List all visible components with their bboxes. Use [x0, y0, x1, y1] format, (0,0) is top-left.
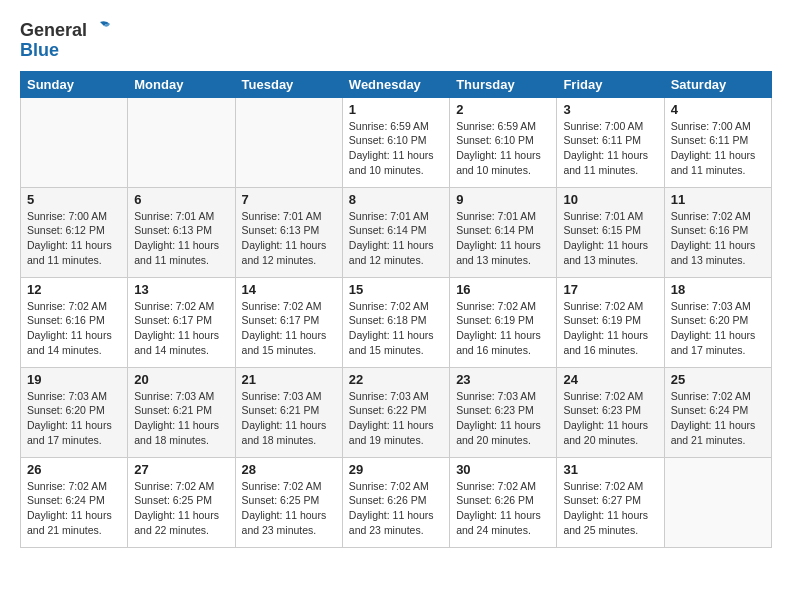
calendar-cell: 9Sunrise: 7:01 AM Sunset: 6:14 PM Daylig…	[450, 187, 557, 277]
day-info: Sunrise: 7:02 AM Sunset: 6:24 PM Dayligh…	[671, 389, 765, 448]
day-info: Sunrise: 7:02 AM Sunset: 6:17 PM Dayligh…	[134, 299, 228, 358]
page-header: General Blue	[20, 20, 772, 61]
day-number: 20	[134, 372, 228, 387]
logo: General Blue	[20, 20, 110, 61]
calendar-cell: 28Sunrise: 7:02 AM Sunset: 6:25 PM Dayli…	[235, 457, 342, 547]
calendar-cell: 26Sunrise: 7:02 AM Sunset: 6:24 PM Dayli…	[21, 457, 128, 547]
calendar-cell: 29Sunrise: 7:02 AM Sunset: 6:26 PM Dayli…	[342, 457, 449, 547]
calendar-cell: 14Sunrise: 7:02 AM Sunset: 6:17 PM Dayli…	[235, 277, 342, 367]
day-info: Sunrise: 7:02 AM Sunset: 6:17 PM Dayligh…	[242, 299, 336, 358]
calendar-cell	[664, 457, 771, 547]
calendar-cell: 5Sunrise: 7:00 AM Sunset: 6:12 PM Daylig…	[21, 187, 128, 277]
calendar-row: 19Sunrise: 7:03 AM Sunset: 6:20 PM Dayli…	[21, 367, 772, 457]
day-info: Sunrise: 7:02 AM Sunset: 6:16 PM Dayligh…	[27, 299, 121, 358]
day-info: Sunrise: 7:03 AM Sunset: 6:20 PM Dayligh…	[27, 389, 121, 448]
day-info: Sunrise: 7:00 AM Sunset: 6:11 PM Dayligh…	[563, 119, 657, 178]
calendar-cell: 1Sunrise: 6:59 AM Sunset: 6:10 PM Daylig…	[342, 97, 449, 187]
day-info: Sunrise: 7:03 AM Sunset: 6:23 PM Dayligh…	[456, 389, 550, 448]
day-number: 5	[27, 192, 121, 207]
day-number: 30	[456, 462, 550, 477]
calendar-cell: 2Sunrise: 6:59 AM Sunset: 6:10 PM Daylig…	[450, 97, 557, 187]
day-number: 1	[349, 102, 443, 117]
day-number: 15	[349, 282, 443, 297]
calendar-cell: 15Sunrise: 7:02 AM Sunset: 6:18 PM Dayli…	[342, 277, 449, 367]
calendar-header: SundayMondayTuesdayWednesdayThursdayFrid…	[21, 71, 772, 97]
calendar-cell: 10Sunrise: 7:01 AM Sunset: 6:15 PM Dayli…	[557, 187, 664, 277]
day-info: Sunrise: 7:02 AM Sunset: 6:26 PM Dayligh…	[349, 479, 443, 538]
bird-icon	[90, 20, 110, 36]
day-info: Sunrise: 7:01 AM Sunset: 6:15 PM Dayligh…	[563, 209, 657, 268]
calendar-table: SundayMondayTuesdayWednesdayThursdayFrid…	[20, 71, 772, 548]
day-number: 19	[27, 372, 121, 387]
day-number: 12	[27, 282, 121, 297]
logo-text: General Blue	[20, 20, 110, 61]
day-number: 13	[134, 282, 228, 297]
day-info: Sunrise: 7:02 AM Sunset: 6:27 PM Dayligh…	[563, 479, 657, 538]
calendar-row: 5Sunrise: 7:00 AM Sunset: 6:12 PM Daylig…	[21, 187, 772, 277]
day-number: 23	[456, 372, 550, 387]
day-info: Sunrise: 7:02 AM Sunset: 6:25 PM Dayligh…	[134, 479, 228, 538]
calendar-cell: 27Sunrise: 7:02 AM Sunset: 6:25 PM Dayli…	[128, 457, 235, 547]
calendar-cell: 20Sunrise: 7:03 AM Sunset: 6:21 PM Dayli…	[128, 367, 235, 457]
day-header: Thursday	[450, 71, 557, 97]
calendar-cell: 22Sunrise: 7:03 AM Sunset: 6:22 PM Dayli…	[342, 367, 449, 457]
day-info: Sunrise: 7:01 AM Sunset: 6:14 PM Dayligh…	[456, 209, 550, 268]
calendar-cell: 30Sunrise: 7:02 AM Sunset: 6:26 PM Dayli…	[450, 457, 557, 547]
day-number: 4	[671, 102, 765, 117]
day-number: 18	[671, 282, 765, 297]
day-number: 26	[27, 462, 121, 477]
day-number: 27	[134, 462, 228, 477]
calendar-cell	[21, 97, 128, 187]
day-info: Sunrise: 6:59 AM Sunset: 6:10 PM Dayligh…	[456, 119, 550, 178]
day-number: 3	[563, 102, 657, 117]
day-number: 14	[242, 282, 336, 297]
day-number: 6	[134, 192, 228, 207]
day-info: Sunrise: 7:02 AM Sunset: 6:23 PM Dayligh…	[563, 389, 657, 448]
day-number: 16	[456, 282, 550, 297]
day-header: Sunday	[21, 71, 128, 97]
logo-general: General	[20, 20, 110, 41]
calendar-cell: 12Sunrise: 7:02 AM Sunset: 6:16 PM Dayli…	[21, 277, 128, 367]
calendar-cell: 13Sunrise: 7:02 AM Sunset: 6:17 PM Dayli…	[128, 277, 235, 367]
day-info: Sunrise: 7:03 AM Sunset: 6:20 PM Dayligh…	[671, 299, 765, 358]
logo-blue: Blue	[20, 41, 110, 61]
day-number: 2	[456, 102, 550, 117]
day-info: Sunrise: 7:01 AM Sunset: 6:13 PM Dayligh…	[242, 209, 336, 268]
day-info: Sunrise: 7:01 AM Sunset: 6:13 PM Dayligh…	[134, 209, 228, 268]
day-number: 11	[671, 192, 765, 207]
day-info: Sunrise: 7:02 AM Sunset: 6:19 PM Dayligh…	[456, 299, 550, 358]
calendar-cell: 8Sunrise: 7:01 AM Sunset: 6:14 PM Daylig…	[342, 187, 449, 277]
calendar-row: 12Sunrise: 7:02 AM Sunset: 6:16 PM Dayli…	[21, 277, 772, 367]
calendar-cell	[128, 97, 235, 187]
calendar-cell: 25Sunrise: 7:02 AM Sunset: 6:24 PM Dayli…	[664, 367, 771, 457]
calendar-cell	[235, 97, 342, 187]
header-row: SundayMondayTuesdayWednesdayThursdayFrid…	[21, 71, 772, 97]
calendar-cell: 17Sunrise: 7:02 AM Sunset: 6:19 PM Dayli…	[557, 277, 664, 367]
day-header: Friday	[557, 71, 664, 97]
calendar-cell: 21Sunrise: 7:03 AM Sunset: 6:21 PM Dayli…	[235, 367, 342, 457]
day-info: Sunrise: 7:03 AM Sunset: 6:21 PM Dayligh…	[134, 389, 228, 448]
day-info: Sunrise: 7:03 AM Sunset: 6:22 PM Dayligh…	[349, 389, 443, 448]
day-info: Sunrise: 7:02 AM Sunset: 6:16 PM Dayligh…	[671, 209, 765, 268]
day-number: 22	[349, 372, 443, 387]
day-number: 7	[242, 192, 336, 207]
day-info: Sunrise: 7:02 AM Sunset: 6:24 PM Dayligh…	[27, 479, 121, 538]
day-number: 25	[671, 372, 765, 387]
calendar-cell: 4Sunrise: 7:00 AM Sunset: 6:11 PM Daylig…	[664, 97, 771, 187]
calendar-cell: 23Sunrise: 7:03 AM Sunset: 6:23 PM Dayli…	[450, 367, 557, 457]
day-number: 17	[563, 282, 657, 297]
day-info: Sunrise: 7:02 AM Sunset: 6:18 PM Dayligh…	[349, 299, 443, 358]
day-info: Sunrise: 7:02 AM Sunset: 6:19 PM Dayligh…	[563, 299, 657, 358]
calendar-cell: 18Sunrise: 7:03 AM Sunset: 6:20 PM Dayli…	[664, 277, 771, 367]
day-number: 9	[456, 192, 550, 207]
day-number: 8	[349, 192, 443, 207]
day-header: Tuesday	[235, 71, 342, 97]
calendar-body: 1Sunrise: 6:59 AM Sunset: 6:10 PM Daylig…	[21, 97, 772, 547]
day-header: Monday	[128, 71, 235, 97]
calendar-cell: 31Sunrise: 7:02 AM Sunset: 6:27 PM Dayli…	[557, 457, 664, 547]
day-number: 29	[349, 462, 443, 477]
day-info: Sunrise: 6:59 AM Sunset: 6:10 PM Dayligh…	[349, 119, 443, 178]
calendar-cell: 7Sunrise: 7:01 AM Sunset: 6:13 PM Daylig…	[235, 187, 342, 277]
day-info: Sunrise: 7:02 AM Sunset: 6:26 PM Dayligh…	[456, 479, 550, 538]
day-number: 24	[563, 372, 657, 387]
